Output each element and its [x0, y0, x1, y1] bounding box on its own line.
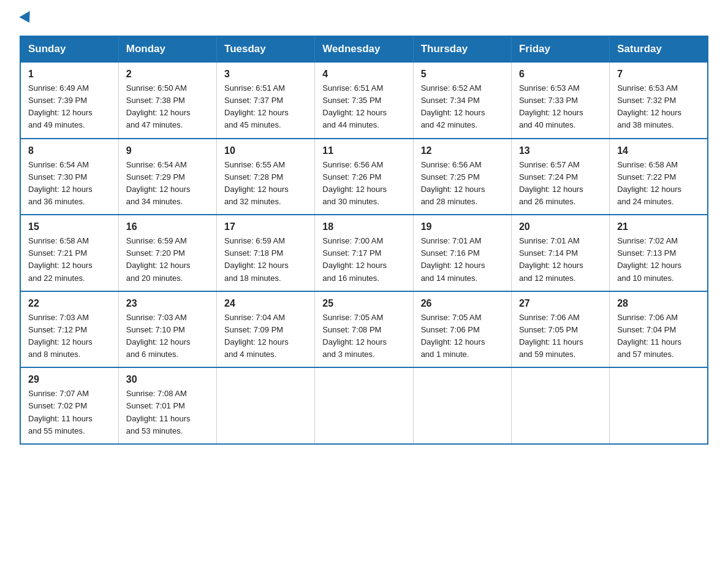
day-info: Sunrise: 6:56 AMSunset: 7:26 PMDaylight:… [322, 160, 387, 206]
calendar-day-cell [610, 367, 708, 444]
weekday-header-saturday: Saturday [610, 36, 708, 62]
day-info: Sunrise: 6:56 AMSunset: 7:25 PMDaylight:… [421, 160, 485, 206]
day-number: 29 [28, 374, 111, 385]
calendar-day-cell: 2 Sunrise: 6:50 AMSunset: 7:38 PMDayligh… [118, 62, 216, 139]
calendar-day-cell [511, 367, 609, 444]
calendar-day-cell: 12 Sunrise: 6:56 AMSunset: 7:25 PMDaylig… [413, 139, 511, 215]
day-number: 14 [617, 145, 700, 156]
calendar-week-row: 8 Sunrise: 6:54 AMSunset: 7:30 PMDayligh… [20, 139, 708, 215]
calendar-day-cell: 19 Sunrise: 7:01 AMSunset: 7:16 PMDaylig… [413, 215, 511, 291]
day-number: 25 [322, 298, 405, 309]
calendar-day-cell: 18 Sunrise: 7:00 AMSunset: 7:17 PMDaylig… [315, 215, 413, 291]
calendar-day-cell: 29 Sunrise: 7:07 AMSunset: 7:02 PMDaylig… [20, 367, 118, 444]
day-info: Sunrise: 7:03 AMSunset: 7:12 PMDaylight:… [28, 313, 93, 359]
day-number: 11 [322, 145, 405, 156]
day-info: Sunrise: 7:06 AMSunset: 7:05 PMDaylight:… [519, 313, 583, 359]
calendar-day-cell [315, 367, 413, 444]
day-info: Sunrise: 7:07 AMSunset: 7:02 PMDaylight:… [28, 389, 93, 435]
calendar-day-cell: 15 Sunrise: 6:58 AMSunset: 7:21 PMDaylig… [20, 215, 118, 291]
day-info: Sunrise: 6:49 AMSunset: 7:39 PMDaylight:… [28, 83, 93, 129]
day-number: 22 [28, 298, 111, 309]
calendar-day-cell: 28 Sunrise: 7:06 AMSunset: 7:04 PMDaylig… [610, 291, 708, 368]
weekday-header-sunday: Sunday [20, 36, 118, 62]
calendar-week-row: 15 Sunrise: 6:58 AMSunset: 7:21 PMDaylig… [20, 215, 708, 291]
calendar-day-cell: 1 Sunrise: 6:49 AMSunset: 7:39 PMDayligh… [20, 62, 118, 139]
logo [20, 15, 33, 25]
day-info: Sunrise: 6:51 AMSunset: 7:35 PMDaylight:… [322, 83, 387, 129]
calendar-day-cell: 24 Sunrise: 7:04 AMSunset: 7:09 PMDaylig… [217, 291, 315, 368]
logo-triangle-icon [19, 11, 34, 26]
calendar-day-cell: 4 Sunrise: 6:51 AMSunset: 7:35 PMDayligh… [315, 62, 413, 139]
day-number: 16 [126, 221, 209, 232]
weekday-header-monday: Monday [118, 36, 216, 62]
calendar-week-row: 29 Sunrise: 7:07 AMSunset: 7:02 PMDaylig… [20, 367, 708, 444]
day-number: 13 [519, 145, 602, 156]
day-number: 30 [126, 374, 209, 385]
day-number: 21 [617, 221, 700, 232]
day-number: 5 [421, 69, 504, 80]
day-info: Sunrise: 6:59 AMSunset: 7:20 PMDaylight:… [126, 236, 191, 282]
day-number: 19 [421, 221, 504, 232]
calendar-day-cell: 30 Sunrise: 7:08 AMSunset: 7:01 PMDaylig… [118, 367, 216, 444]
day-info: Sunrise: 6:55 AMSunset: 7:28 PMDaylight:… [224, 160, 289, 206]
day-info: Sunrise: 6:54 AMSunset: 7:30 PMDaylight:… [28, 160, 93, 206]
day-number: 1 [28, 69, 111, 80]
day-number: 10 [224, 145, 307, 156]
calendar-day-cell: 14 Sunrise: 6:58 AMSunset: 7:22 PMDaylig… [610, 139, 708, 215]
calendar-table: SundayMondayTuesdayWednesdayThursdayFrid… [20, 36, 708, 445]
day-info: Sunrise: 6:51 AMSunset: 7:37 PMDaylight:… [224, 83, 289, 129]
day-number: 8 [28, 145, 111, 156]
day-info: Sunrise: 6:57 AMSunset: 7:24 PMDaylight:… [519, 160, 583, 206]
day-info: Sunrise: 7:00 AMSunset: 7:17 PMDaylight:… [322, 236, 387, 282]
calendar-day-cell [217, 367, 315, 444]
day-number: 17 [224, 221, 307, 232]
calendar-day-cell: 22 Sunrise: 7:03 AMSunset: 7:12 PMDaylig… [20, 291, 118, 368]
day-number: 7 [617, 69, 700, 80]
calendar-day-cell: 8 Sunrise: 6:54 AMSunset: 7:30 PMDayligh… [20, 139, 118, 215]
day-number: 12 [421, 145, 504, 156]
page-header [20, 15, 708, 25]
day-number: 23 [126, 298, 209, 309]
day-info: Sunrise: 7:05 AMSunset: 7:06 PMDaylight:… [421, 313, 485, 359]
day-number: 26 [421, 298, 504, 309]
calendar-day-cell: 5 Sunrise: 6:52 AMSunset: 7:34 PMDayligh… [413, 62, 511, 139]
day-info: Sunrise: 6:53 AMSunset: 7:32 PMDaylight:… [617, 83, 681, 129]
day-info: Sunrise: 6:53 AMSunset: 7:33 PMDaylight:… [519, 83, 583, 129]
calendar-day-cell: 7 Sunrise: 6:53 AMSunset: 7:32 PMDayligh… [610, 62, 708, 139]
day-number: 3 [224, 69, 307, 80]
day-info: Sunrise: 7:01 AMSunset: 7:16 PMDaylight:… [421, 236, 485, 282]
day-info: Sunrise: 7:05 AMSunset: 7:08 PMDaylight:… [322, 313, 387, 359]
day-info: Sunrise: 6:58 AMSunset: 7:22 PMDaylight:… [617, 160, 681, 206]
calendar-day-cell: 3 Sunrise: 6:51 AMSunset: 7:37 PMDayligh… [217, 62, 315, 139]
day-info: Sunrise: 7:06 AMSunset: 7:04 PMDaylight:… [617, 313, 681, 359]
day-info: Sunrise: 7:03 AMSunset: 7:10 PMDaylight:… [126, 313, 191, 359]
day-number: 9 [126, 145, 209, 156]
calendar-day-cell: 20 Sunrise: 7:01 AMSunset: 7:14 PMDaylig… [511, 215, 609, 291]
day-info: Sunrise: 7:01 AMSunset: 7:14 PMDaylight:… [519, 236, 583, 282]
day-info: Sunrise: 6:58 AMSunset: 7:21 PMDaylight:… [28, 236, 93, 282]
day-number: 4 [322, 69, 405, 80]
calendar-day-cell: 17 Sunrise: 6:59 AMSunset: 7:18 PMDaylig… [217, 215, 315, 291]
calendar-day-cell: 23 Sunrise: 7:03 AMSunset: 7:10 PMDaylig… [118, 291, 216, 368]
calendar-day-cell: 27 Sunrise: 7:06 AMSunset: 7:05 PMDaylig… [511, 291, 609, 368]
day-number: 24 [224, 298, 307, 309]
weekday-header-wednesday: Wednesday [315, 36, 413, 62]
calendar-day-cell: 9 Sunrise: 6:54 AMSunset: 7:29 PMDayligh… [118, 139, 216, 215]
day-number: 20 [519, 221, 602, 232]
calendar-day-cell: 25 Sunrise: 7:05 AMSunset: 7:08 PMDaylig… [315, 291, 413, 368]
calendar-day-cell: 26 Sunrise: 7:05 AMSunset: 7:06 PMDaylig… [413, 291, 511, 368]
day-info: Sunrise: 7:02 AMSunset: 7:13 PMDaylight:… [617, 236, 681, 282]
calendar-week-row: 1 Sunrise: 6:49 AMSunset: 7:39 PMDayligh… [20, 62, 708, 139]
calendar-day-cell [413, 367, 511, 444]
day-number: 6 [519, 69, 602, 80]
calendar-day-cell: 6 Sunrise: 6:53 AMSunset: 7:33 PMDayligh… [511, 62, 609, 139]
weekday-header-thursday: Thursday [413, 36, 511, 62]
day-info: Sunrise: 6:54 AMSunset: 7:29 PMDaylight:… [126, 160, 191, 206]
calendar-day-cell: 21 Sunrise: 7:02 AMSunset: 7:13 PMDaylig… [610, 215, 708, 291]
calendar-day-cell: 10 Sunrise: 6:55 AMSunset: 7:28 PMDaylig… [217, 139, 315, 215]
weekday-header-row: SundayMondayTuesdayWednesdayThursdayFrid… [20, 36, 708, 62]
day-number: 18 [322, 221, 405, 232]
calendar-day-cell: 16 Sunrise: 6:59 AMSunset: 7:20 PMDaylig… [118, 215, 216, 291]
day-number: 28 [617, 298, 700, 309]
calendar-week-row: 22 Sunrise: 7:03 AMSunset: 7:12 PMDaylig… [20, 291, 708, 368]
